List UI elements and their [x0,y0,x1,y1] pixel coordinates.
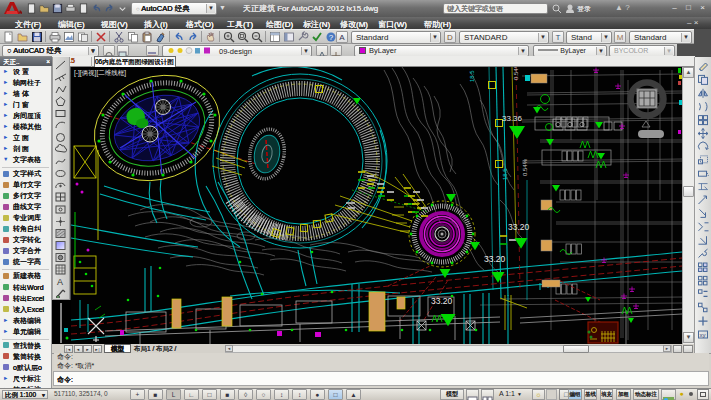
svg-text:[-][俩视][二维线框]: [-][俩视][二维线框] [74,69,126,77]
svg-text:33.20: 33.20 [484,254,506,264]
svg-text:0.54%: 0.54% [522,158,528,176]
svg-text:18.5: 18.5 [469,70,475,82]
svg-text:?: ? [329,33,334,42]
svg-text:xy: xy [700,332,706,338]
svg-text:0.54%: 0.54% [513,67,519,80]
svg-text:33.36: 33.36 [502,114,523,123]
svg-text:18.5: 18.5 [502,168,508,180]
svg-text:A: A [57,277,63,287]
svg-text:33.20: 33.20 [431,296,453,306]
svg-text:33.20: 33.20 [508,222,530,232]
